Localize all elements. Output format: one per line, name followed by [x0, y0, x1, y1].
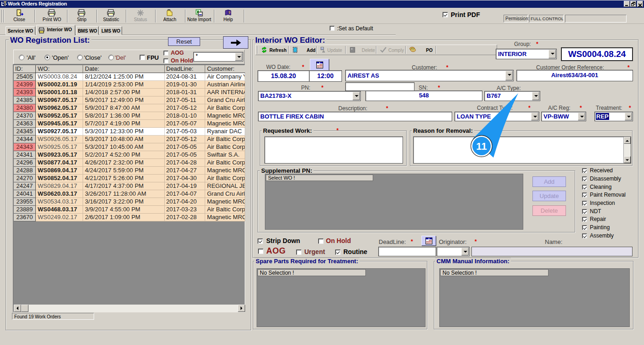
svg-text:?: ?: [228, 11, 230, 15]
